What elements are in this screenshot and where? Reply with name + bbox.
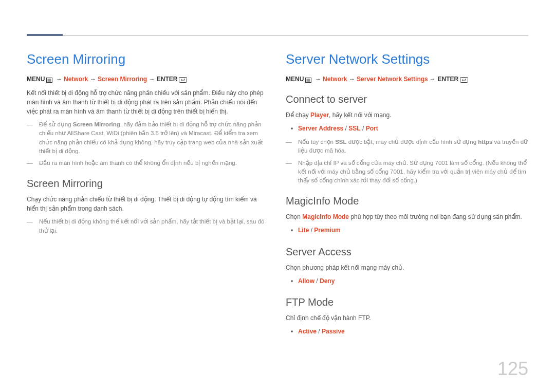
ftp-text: Chỉ định chế độ vận hành FTP. — [286, 313, 528, 323]
content-columns: Screen Mirroring MENU → Network → Screen… — [27, 51, 528, 341]
note-item: Nhập địa chỉ IP và số cổng của máy chủ. … — [286, 159, 528, 185]
right-breadcrumb: MENU → Network → Server Network Settings… — [286, 76, 528, 83]
left-intro: Kết nối thiết bị di động hỗ trợ chức năn… — [27, 88, 269, 116]
right-title: Server Network Settings — [286, 51, 528, 67]
left-section-heading: Screen Mirroring — [27, 178, 269, 190]
left-breadcrumb: MENU → Network → Screen Mirroring → ENTE… — [27, 76, 269, 83]
note-item: Nếu thiết bị di động không thể kết nối v… — [27, 217, 269, 235]
access-bullet-item: Allow / Deny — [286, 276, 528, 286]
left-column: Screen Mirroring MENU → Network → Screen… — [27, 51, 269, 341]
note-item: Nếu tùy chọn SSL được bật, máy chủ được … — [286, 138, 528, 156]
header-rule — [27, 35, 528, 35]
right-column: Server Network Settings MENU → Network →… — [286, 51, 528, 341]
header-rule-accent — [27, 34, 63, 36]
left-notes: Để sử dụng Screen Mirroring, hãy đảm bảo… — [27, 120, 269, 167]
connect-text: Để chạy Player, hãy kết nối với mạng. — [286, 110, 528, 120]
left-title: Screen Mirroring — [27, 51, 269, 67]
magic-heading: MagicInfo Mode — [286, 195, 528, 207]
connect-heading: Connect to server — [286, 94, 528, 105]
connect-bullet: Server Address / SSL / Port — [286, 124, 528, 134]
left-section-notes: Nếu thiết bị di động không thể kết nối v… — [27, 217, 269, 235]
magic-bullet: Lite / Premium — [286, 226, 528, 235]
access-bullet: Allow / Deny — [286, 276, 528, 286]
magic-bullet-item: Lite / Premium — [286, 226, 528, 235]
menu-icon — [46, 76, 52, 83]
note-item: Đầu ra màn hình hoặc âm thanh có thể khô… — [27, 159, 269, 167]
page-number: 125 — [497, 358, 528, 380]
enter-icon — [460, 76, 468, 83]
ftp-bullet-item: Active / Passive — [286, 327, 528, 337]
ftp-heading: FTP Mode — [286, 296, 528, 308]
magic-text: Chọn MagicInfo Mode phù hợp tùy theo môi… — [286, 212, 528, 221]
left-section-text: Chạy chức năng phản chiếu từ thiết bị di… — [27, 195, 269, 213]
ftp-bullet: Active / Passive — [286, 327, 528, 337]
connect-notes: Nếu tùy chọn SSL được bật, máy chủ được … — [286, 138, 528, 185]
connect-bullet-item: Server Address / SSL / Port — [286, 124, 528, 134]
note-item: Để sử dụng Screen Mirroring, hãy đảm bảo… — [27, 120, 269, 156]
menu-icon — [305, 76, 311, 83]
enter-icon — [179, 76, 187, 83]
access-heading: Server Access — [286, 246, 528, 258]
access-text: Chọn phương pháp kết nối mạng máy chủ. — [286, 263, 528, 272]
